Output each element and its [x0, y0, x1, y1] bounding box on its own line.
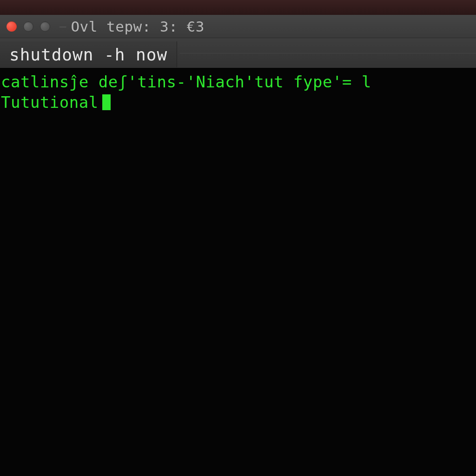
- close-button[interactable]: [7, 21, 17, 32]
- terminal-prompt-text: Tututional: [1, 92, 99, 112]
- minimize-button[interactable]: [23, 21, 33, 32]
- terminal-viewport[interactable]: catlinsĵe deʃ'tins-'Niach'tut fype'= l T…: [0, 68, 476, 476]
- title-separator: –: [60, 20, 66, 33]
- terminal-output-line-1: catlinsĵe deʃ'tins-'Niach'tut fype'= l: [1, 72, 475, 92]
- window-title: Ovl tepw: 3: €3: [71, 18, 204, 35]
- window-titlebar[interactable]: – Ovl tepw: 3: €3: [0, 15, 476, 38]
- traffic-lights: [7, 21, 50, 32]
- tab-bar: shutdown -h now: [0, 38, 476, 68]
- tab-new-area[interactable]: [179, 53, 476, 53]
- desktop-background: [0, 0, 476, 15]
- terminal-output-line-2: Tututional: [1, 92, 475, 112]
- tab-label: shutdown -h now: [9, 45, 167, 64]
- tab-active[interactable]: shutdown -h now: [0, 41, 177, 67]
- terminal-window: – Ovl tepw: 3: €3 shutdown -h now catlin…: [0, 15, 476, 476]
- cursor-block: [102, 94, 111, 110]
- maximize-button[interactable]: [40, 21, 50, 32]
